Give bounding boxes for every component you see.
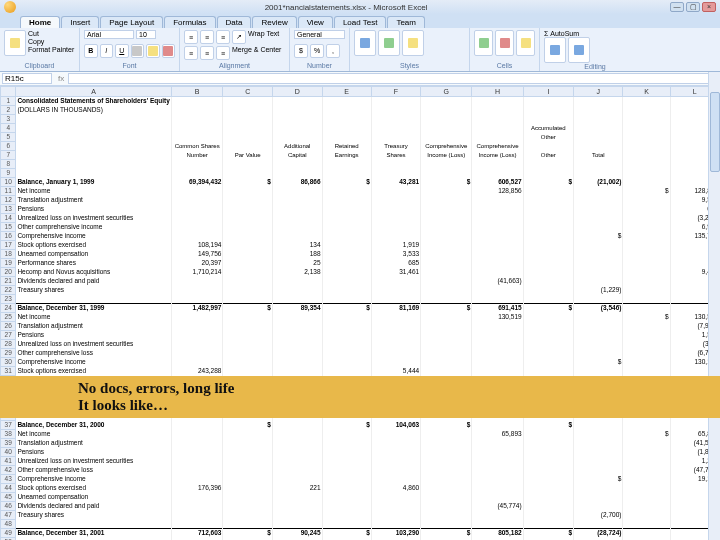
cell[interactable]: 89,354 <box>272 304 322 313</box>
cell[interactable] <box>272 475 322 484</box>
cell[interactable] <box>322 349 371 358</box>
cell[interactable] <box>523 106 573 115</box>
cell[interactable] <box>322 340 371 349</box>
cell[interactable] <box>472 250 523 259</box>
cell[interactable] <box>371 187 420 196</box>
cell[interactable]: (21,002) <box>574 178 623 187</box>
cell[interactable]: 691,415 <box>472 304 523 313</box>
cell[interactable]: 5,444 <box>371 367 420 376</box>
cell-A30[interactable]: Comprehensive income <box>16 358 172 367</box>
cell-A25[interactable]: Net income <box>16 313 172 322</box>
cell[interactable]: $ <box>223 304 273 313</box>
cell-A13[interactable]: Pensions <box>16 205 172 214</box>
office-orb-icon[interactable] <box>4 1 16 13</box>
cell[interactable] <box>472 358 523 367</box>
cell[interactable] <box>523 250 573 259</box>
copy-button[interactable]: Copy <box>28 38 74 45</box>
cell[interactable] <box>371 196 420 205</box>
cell[interactable] <box>371 169 420 178</box>
insert-cells-button[interactable] <box>474 30 493 56</box>
cell[interactable] <box>472 259 523 268</box>
row-header[interactable]: 30 <box>1 358 16 367</box>
row-17[interactable]: 17Stock options exercised108,1941341,919 <box>1 241 720 250</box>
row-header[interactable]: 26 <box>1 322 16 331</box>
cell[interactable] <box>623 358 670 367</box>
tab-load-test[interactable]: Load Test <box>334 16 387 28</box>
cell[interactable] <box>523 214 573 223</box>
cell[interactable] <box>421 187 472 196</box>
name-box[interactable]: R15c <box>2 73 52 84</box>
cell-A24[interactable]: Balance, December 31, 1999 <box>16 304 172 313</box>
cell[interactable] <box>472 457 523 466</box>
cell[interactable] <box>322 160 371 169</box>
cell[interactable]: $ <box>523 178 573 187</box>
row-header[interactable]: 4 <box>1 124 16 133</box>
cell[interactable] <box>472 448 523 457</box>
cell[interactable] <box>223 97 273 106</box>
cell[interactable]: $ <box>421 421 472 430</box>
cell[interactable] <box>322 268 371 277</box>
cell[interactable] <box>171 448 223 457</box>
row-header[interactable]: 11 <box>1 187 16 196</box>
cell[interactable] <box>472 475 523 484</box>
row-header[interactable]: 3 <box>1 115 16 124</box>
cell[interactable] <box>421 169 472 178</box>
format-as-table-button[interactable] <box>378 30 400 56</box>
cell[interactable] <box>523 97 573 106</box>
cell-A2[interactable]: (DOLLARS IN THOUSANDS) <box>16 106 172 115</box>
cell-A27[interactable]: Pensions <box>16 331 172 340</box>
row-4[interactable]: 4Accumulated <box>1 124 720 133</box>
cell[interactable] <box>171 331 223 340</box>
cell[interactable] <box>223 448 273 457</box>
align-mid-button[interactable]: ≡ <box>200 30 214 44</box>
cell[interactable] <box>322 457 371 466</box>
row-19[interactable]: 19Performance shares20,39725685 <box>1 259 720 268</box>
cell-A8[interactable] <box>16 160 172 169</box>
cell-A9[interactable] <box>16 169 172 178</box>
cell[interactable] <box>523 241 573 250</box>
font-name[interactable]: Arial <box>84 30 134 39</box>
cell[interactable] <box>574 223 623 232</box>
cell[interactable] <box>421 313 472 322</box>
cell[interactable] <box>272 439 322 448</box>
row-37[interactable]: 37Balance, December 31, 2000$$104,063$$$ <box>1 421 720 430</box>
cell[interactable]: 712,603 <box>171 529 223 538</box>
cell[interactable] <box>223 187 273 196</box>
cell[interactable] <box>623 421 670 430</box>
column-header-J[interactable]: J <box>574 87 623 97</box>
cell[interactable]: 685 <box>371 259 420 268</box>
row-29[interactable]: 29Other comprehensive loss(6,787) <box>1 349 720 358</box>
cell-A47[interactable]: Treasury shares <box>16 511 172 520</box>
cell[interactable] <box>171 196 223 205</box>
cell[interactable] <box>421 250 472 259</box>
cell[interactable] <box>623 511 670 520</box>
cell[interactable] <box>223 367 273 376</box>
row-header[interactable]: 38 <box>1 430 16 439</box>
cell[interactable] <box>421 115 472 124</box>
cell-A19[interactable]: Performance shares <box>16 259 172 268</box>
cell[interactable] <box>523 268 573 277</box>
cell[interactable]: $ <box>421 304 472 313</box>
cell[interactable] <box>171 295 223 304</box>
cell[interactable] <box>574 169 623 178</box>
currency-button[interactable]: $ <box>294 44 308 58</box>
row-24[interactable]: 24Balance, December 31, 19991,482,997$89… <box>1 304 720 313</box>
cell[interactable] <box>523 511 573 520</box>
row-49[interactable]: 49Balance, December 31, 2001712,603$90,2… <box>1 529 720 538</box>
cell[interactable] <box>371 286 420 295</box>
cell[interactable]: $ <box>574 475 623 484</box>
cell[interactable] <box>322 205 371 214</box>
cell[interactable] <box>472 466 523 475</box>
cell[interactable] <box>523 466 573 475</box>
cell[interactable] <box>574 250 623 259</box>
row-30[interactable]: 30Comprehensive income$130,126 <box>1 358 720 367</box>
cell[interactable] <box>322 232 371 241</box>
cell[interactable] <box>223 430 273 439</box>
cell[interactable] <box>574 430 623 439</box>
cell[interactable] <box>272 520 322 529</box>
row-31[interactable]: 31Stock options exercised243,2885,444 <box>1 367 720 376</box>
cell[interactable] <box>574 241 623 250</box>
cell[interactable] <box>421 439 472 448</box>
cell[interactable]: (3,546) <box>574 304 623 313</box>
row-43[interactable]: 43Comprehensive income$19,105 <box>1 475 720 484</box>
